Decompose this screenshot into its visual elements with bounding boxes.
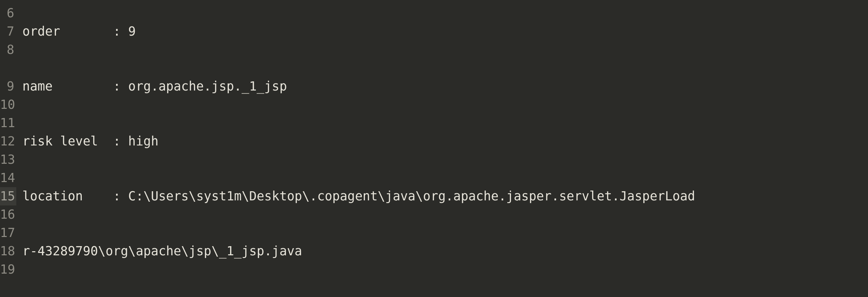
code-editor: 5 6 7 8 9 10 11 12 13 14 15 16 17 18 19 … bbox=[0, 0, 868, 283]
line-number: 5 bbox=[0, 0, 16, 4]
field-label: order bbox=[22, 22, 113, 41]
line-number bbox=[0, 59, 16, 77]
line-number: 13 bbox=[0, 151, 16, 169]
separator: : bbox=[113, 189, 128, 203]
line-number: 10 bbox=[0, 96, 16, 114]
line-number: 19 bbox=[0, 260, 16, 279]
line-number: 15 bbox=[0, 187, 16, 205]
code-line: location : C:\Users\syst1m\Desktop\.copa… bbox=[22, 187, 868, 205]
field-label: name bbox=[22, 77, 113, 96]
line-number: 12 bbox=[0, 132, 16, 151]
line-number: 8 bbox=[0, 41, 16, 59]
line-number: 18 bbox=[0, 242, 16, 260]
code-line: name : org.apache.jsp._1_jsp bbox=[22, 77, 868, 96]
line-number: 11 bbox=[0, 114, 16, 132]
field-value: C:\Users\syst1m\Desktop\.copagent\java\o… bbox=[128, 189, 695, 203]
field-label: location bbox=[22, 187, 113, 205]
line-number: 14 bbox=[0, 169, 16, 187]
code-line: order : 9 bbox=[22, 22, 868, 41]
field-value: high bbox=[128, 134, 158, 148]
separator: : bbox=[113, 24, 128, 39]
line-number: 7 bbox=[0, 22, 16, 41]
line-number: 9 bbox=[0, 77, 16, 96]
code-line: risk level : high bbox=[22, 132, 868, 151]
code-content[interactable]: order : 9 name : org.apache.jsp._1_jsp r… bbox=[16, 0, 868, 283]
separator: : bbox=[113, 134, 128, 148]
separator: : bbox=[113, 79, 128, 94]
line-number: 17 bbox=[0, 224, 16, 242]
field-value: org.apache.jsp._1_jsp bbox=[128, 79, 287, 94]
code-line-wrap: r-43289790\org\apache\jsp\_1_jsp.java bbox=[22, 242, 868, 260]
field-value: 9 bbox=[128, 24, 136, 39]
field-label: risk level bbox=[22, 132, 113, 151]
line-number: 16 bbox=[0, 205, 16, 224]
line-number-gutter: 5 6 7 8 9 10 11 12 13 14 15 16 17 18 19 bbox=[0, 0, 16, 283]
field-value-continuation: r-43289790\org\apache\jsp\_1_jsp.java bbox=[22, 244, 302, 258]
line-number: 6 bbox=[0, 4, 16, 22]
